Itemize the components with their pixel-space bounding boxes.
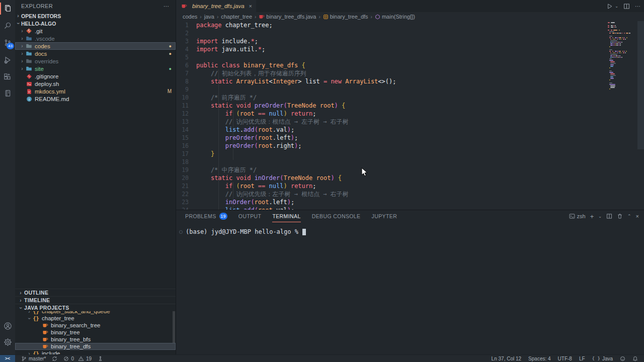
run-file-icon[interactable] xyxy=(606,3,613,10)
source-control-icon[interactable]: 43 xyxy=(0,35,15,50)
warning-icon xyxy=(78,356,84,361)
line-number: 12 xyxy=(176,110,196,117)
maximize-panel-icon[interactable]: ⌃ xyxy=(627,214,631,219)
feedback-smiley-icon[interactable] xyxy=(620,356,625,361)
tab-close-icon[interactable]: × xyxy=(249,3,252,9)
remote-indicator[interactable]: >< xyxy=(0,355,15,362)
chevron-right-icon: › xyxy=(17,298,24,303)
root-folder-header[interactable]: › HELLO-ALGO xyxy=(15,20,176,27)
new-terminal-icon[interactable]: + xyxy=(590,213,594,220)
breadcrumb-item-chapter-tree[interactable]: chapter_tree xyxy=(221,14,252,20)
breadcrumb-item-codes[interactable]: codes xyxy=(183,14,197,20)
panel-tab-problems[interactable]: PROBLEMS19 xyxy=(185,210,227,222)
more-actions-icon[interactable]: ⋯ xyxy=(635,3,641,10)
kill-terminal-icon[interactable] xyxy=(617,213,623,219)
minimap[interactable] xyxy=(608,22,637,90)
split-terminal-icon[interactable] xyxy=(606,213,612,219)
beaker-icon xyxy=(98,356,103,361)
chevron-right-icon: › xyxy=(19,43,25,49)
settings-gear-icon[interactable] xyxy=(0,334,15,349)
code-editor[interactable]: 1package chapter_tree;23import include.*… xyxy=(176,21,644,210)
folder-icon xyxy=(25,42,33,50)
sync-status[interactable] xyxy=(52,356,57,361)
editor-scrollbar[interactable] xyxy=(637,21,644,149)
run-dropdown-chevron-icon[interactable]: ⌄ xyxy=(615,4,618,9)
outline-section-header[interactable]: › OUTLINE xyxy=(15,289,176,296)
extensions-icon[interactable] xyxy=(0,69,15,84)
encoding-status[interactable]: UTF-8 xyxy=(558,356,572,361)
tree-item--vscode[interactable]: ›.vscode xyxy=(15,35,176,42)
braces-icon: { } xyxy=(592,356,600,361)
account-icon[interactable] xyxy=(0,318,15,333)
breadcrumb-item-java[interactable]: java xyxy=(204,14,214,20)
tree-item-site[interactable]: ›site● xyxy=(15,65,176,72)
split-editor-icon[interactable] xyxy=(623,3,630,10)
breadcrumb-item-main-String-[interactable]: main(String[]) xyxy=(375,14,415,20)
code-line-13: 13 // 访问优先级：根结点 → 左子树 → 右子树 xyxy=(176,118,609,126)
beaker-status[interactable] xyxy=(98,356,103,361)
cursor-position-status[interactable]: Ln 37, Col 12 xyxy=(492,356,522,361)
java-tree-item-binary-tree-dfs[interactable]: binary_tree_dfs xyxy=(15,343,176,350)
line-number: 10 xyxy=(176,94,196,101)
git-branch-status[interactable]: master* xyxy=(21,356,46,361)
breadcrumb-separator: › xyxy=(217,14,218,20)
explorer-icon[interactable] xyxy=(0,1,15,16)
tree-item-label: .gitignore xyxy=(35,73,58,79)
terminal-dropdown-chevron-icon[interactable]: ⌄ xyxy=(598,214,602,219)
eol-status[interactable]: LF xyxy=(579,356,585,361)
tree-item-deploy-sh[interactable]: deploy.sh xyxy=(15,80,176,87)
terminal-shell-selector[interactable]: zsh xyxy=(569,213,586,219)
tree-item-label: .vscode xyxy=(35,36,55,42)
breadcrumb-item-binary-tree-dfs[interactable]: binary_tree_dfs xyxy=(323,14,368,20)
tree-item--gitignore[interactable]: .gitignore xyxy=(15,72,176,80)
line-number: 4 xyxy=(176,46,196,53)
git-icon xyxy=(25,72,33,80)
java-tree-item-binary-tree-bfs[interactable]: binary_tree_bfs xyxy=(15,336,176,343)
notifications-bell-icon[interactable] xyxy=(632,356,638,361)
panel-actions: zsh + ⌄ ⌃ × xyxy=(569,210,639,222)
java-tree-item-binary-search-tree[interactable]: binary_search_tree xyxy=(15,322,176,329)
java-tree-item-include[interactable]: ›{}include xyxy=(15,350,176,354)
java-tree-item-binary-tree[interactable]: binary_tree xyxy=(15,329,176,336)
tab-bar: binary_tree_dfs.java × ⌄ ⋯ xyxy=(176,0,644,12)
tree-item-docs[interactable]: ›docs● xyxy=(15,50,176,57)
tab-binary-tree-dfs[interactable]: binary_tree_dfs.java × xyxy=(176,0,256,12)
tree-item--git[interactable]: ›.git xyxy=(15,27,176,35)
java-tree-item-chapter-tree[interactable]: ›{}chapter_tree xyxy=(15,315,176,322)
open-editors-header[interactable]: › OPEN EDITORS xyxy=(15,12,176,20)
line-number: 3 xyxy=(176,38,196,45)
code-line-17: 17 } xyxy=(176,150,609,158)
activity-bar: 43 xyxy=(0,0,15,354)
java-projects-section-header[interactable]: › JAVA PROJECTS xyxy=(15,304,176,311)
code-line-12: 12 if (root == null) return; xyxy=(176,110,609,118)
notebook-icon[interactable] xyxy=(0,85,15,101)
tree-item-overrides[interactable]: ›overrides xyxy=(15,57,176,65)
panel-tab-jupyter[interactable]: JUPYTER xyxy=(372,210,397,222)
line-number: 20 xyxy=(176,174,196,182)
run-debug-icon[interactable] xyxy=(0,52,15,67)
panel-tab-terminal[interactable]: TERMINAL xyxy=(272,210,300,222)
chevron-down-icon: › xyxy=(18,304,24,311)
tree-item-mkdocs-yml[interactable]: mkdocs.ymlM xyxy=(15,87,176,95)
symmethod-icon xyxy=(375,14,380,20)
tree-item-label: README.md xyxy=(35,96,69,102)
panel-tab-debug-console[interactable]: DEBUG CONSOLE xyxy=(312,210,361,222)
tree-item-codes[interactable]: ›codes● xyxy=(15,42,176,50)
timeline-section-header[interactable]: › TIMELINE xyxy=(15,296,176,304)
line-number: 5 xyxy=(176,54,196,61)
terminal[interactable]: (base) jyd@JYD-MBP hello-algo % xyxy=(176,222,644,235)
panel-tab-output[interactable]: OUTPUT xyxy=(238,210,262,222)
explorer-sidebar: EXPLORER ⋯ › OPEN EDITORS › HELLO-ALGO ›… xyxy=(15,0,176,354)
line-number: 23 xyxy=(176,199,196,206)
code-line-6: 6public class binary_tree_dfs { xyxy=(176,61,609,69)
close-panel-icon[interactable]: × xyxy=(636,213,639,219)
breadcrumb-item-binary-tree-dfs-java[interactable]: binary_tree_dfs.java xyxy=(259,14,316,20)
braces-icon: {} xyxy=(32,350,40,355)
tree-item-README-md[interactable]: README.md xyxy=(15,95,176,103)
language-mode-status[interactable]: { } Java xyxy=(592,356,613,361)
breadcrumb-separator: › xyxy=(371,14,372,20)
indentation-status[interactable]: Spaces: 4 xyxy=(528,356,550,361)
problems-status[interactable]: 0 19 xyxy=(63,356,92,361)
explorer-more-actions-icon[interactable]: ⋯ xyxy=(164,3,170,10)
search-icon[interactable] xyxy=(0,18,15,33)
